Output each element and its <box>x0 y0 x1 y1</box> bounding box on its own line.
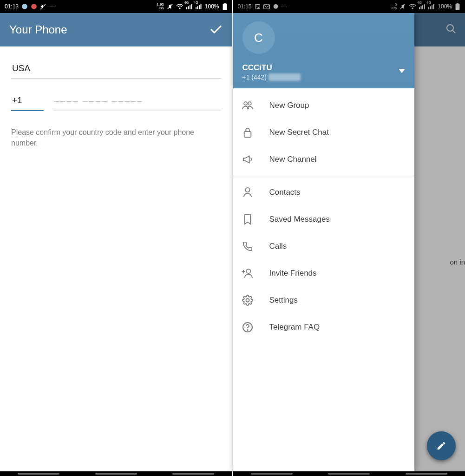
svg-rect-36 <box>244 132 251 137</box>
avatar[interactable]: C <box>242 21 275 54</box>
signal-icon-2: 4G <box>428 4 435 9</box>
menu-label: Settings <box>269 296 298 305</box>
status-muted-icon <box>40 3 46 10</box>
svg-point-41 <box>246 299 249 302</box>
lock-icon <box>242 127 254 138</box>
svg-rect-28 <box>433 4 434 9</box>
hint-text: Please confirm your country code and ent… <box>11 127 221 148</box>
nav-back[interactable] <box>172 473 214 475</box>
nav-recents[interactable] <box>18 473 59 475</box>
svg-point-18 <box>273 4 278 9</box>
status-time: 01:15 <box>238 3 252 10</box>
svg-rect-29 <box>457 3 458 4</box>
status-bar-left: 01:13 ··· 1.93 K/s 4G <box>0 0 232 13</box>
menu-label: Calls <box>269 242 287 251</box>
svg-point-43 <box>247 330 248 331</box>
svg-rect-5 <box>186 7 187 9</box>
signal-icon: 4G <box>419 4 426 9</box>
svg-rect-21 <box>419 7 420 9</box>
mute-icon <box>400 3 406 10</box>
svg-point-1 <box>31 4 37 9</box>
menu-label: Saved Messages <box>269 215 330 224</box>
svg-point-37 <box>245 188 249 192</box>
svg-rect-23 <box>422 5 423 9</box>
account-name: CCCiTU <box>242 63 301 73</box>
status-speed: 1.93 K/s <box>157 3 164 10</box>
page-title: Your Phone <box>9 23 67 36</box>
status-time: 01:13 <box>5 3 19 10</box>
svg-point-38 <box>246 269 250 273</box>
status-speed: 0 K/s <box>392 3 397 10</box>
svg-rect-30 <box>456 4 460 10</box>
android-navbar-left <box>0 471 232 476</box>
svg-rect-12 <box>200 4 201 9</box>
svg-rect-6 <box>188 6 189 9</box>
menu-calls[interactable]: Calls <box>233 233 414 260</box>
signal-icon: 4G <box>186 4 193 9</box>
compose-fab[interactable] <box>427 431 456 460</box>
status-battery-pct: 100% <box>438 3 452 10</box>
mail-icon <box>263 4 270 9</box>
svg-rect-13 <box>224 3 226 4</box>
svg-point-4 <box>179 8 180 9</box>
svg-rect-22 <box>421 6 422 9</box>
svg-rect-25 <box>428 7 429 9</box>
menu-new-channel[interactable]: New Channel <box>233 146 414 173</box>
status-battery-pct: 100% <box>205 3 219 10</box>
menu-invite-friends[interactable]: Invite Friends <box>233 260 414 287</box>
battery-icon <box>455 3 460 10</box>
account-switcher[interactable] <box>399 69 405 73</box>
menu-label: New Group <box>269 101 309 110</box>
menu-saved-messages[interactable]: Saved Messages <box>233 206 414 233</box>
wifi-icon <box>176 4 183 9</box>
nav-recents[interactable] <box>251 473 293 475</box>
svg-rect-9 <box>196 7 196 9</box>
menu-new-group[interactable]: New Group <box>233 92 414 119</box>
svg-rect-7 <box>190 5 190 9</box>
wifi-icon <box>409 4 416 9</box>
svg-marker-33 <box>399 69 405 73</box>
avatar-letter: C <box>254 31 263 45</box>
invite-icon <box>242 268 254 278</box>
background-text: on in <box>450 258 465 266</box>
menu-separator <box>233 176 414 176</box>
megaphone-icon <box>242 154 254 165</box>
chat-icon <box>273 4 279 10</box>
menu-contacts[interactable]: Contacts <box>233 179 414 206</box>
country-code-input[interactable]: +1 <box>11 93 44 111</box>
nav-home[interactable] <box>95 473 137 475</box>
menu-settings[interactable]: Settings <box>233 287 414 314</box>
nav-home[interactable] <box>328 473 370 475</box>
account-phone: +1 (442) XXXXXXX <box>242 73 301 81</box>
svg-rect-8 <box>191 4 192 9</box>
mute-icon <box>167 3 173 10</box>
drawer-menu: New Group New Secret Chat New Channel <box>233 88 414 344</box>
svg-point-34 <box>244 102 247 105</box>
menu-label: Invite Friends <box>269 269 317 278</box>
phone-icon <box>242 241 254 251</box>
android-navbar-right <box>233 471 465 476</box>
svg-point-20 <box>412 8 413 9</box>
phone-left: 01:13 ··· 1.93 K/s 4G <box>0 0 232 476</box>
menu-label: Telegram FAQ <box>269 323 320 332</box>
person-icon <box>242 187 254 198</box>
phone-right: 01:15 ··· 0 K/s 4G <box>233 0 465 476</box>
battery-icon <box>222 3 228 10</box>
country-field[interactable]: USA <box>11 60 221 79</box>
signal-icon-2: 4G <box>196 4 202 9</box>
search-button[interactable] <box>445 23 457 34</box>
menu-telegram-faq[interactable]: Telegram FAQ <box>233 314 414 341</box>
menu-new-secret-chat[interactable]: New Secret Chat <box>233 119 414 146</box>
nav-back[interactable] <box>406 473 447 475</box>
svg-point-31 <box>447 25 453 31</box>
status-bar-right: 01:15 ··· 0 K/s 4G <box>233 0 465 13</box>
svg-line-19 <box>400 4 406 9</box>
phone-number-input[interactable]: –––– –––– ––––– <box>53 93 221 111</box>
svg-line-32 <box>452 30 455 33</box>
svg-point-0 <box>22 4 27 9</box>
svg-rect-27 <box>432 5 432 9</box>
svg-rect-11 <box>199 5 200 9</box>
confirm-button[interactable] <box>209 23 223 37</box>
svg-rect-17 <box>263 4 269 8</box>
status-app-icon-2 <box>31 3 37 10</box>
